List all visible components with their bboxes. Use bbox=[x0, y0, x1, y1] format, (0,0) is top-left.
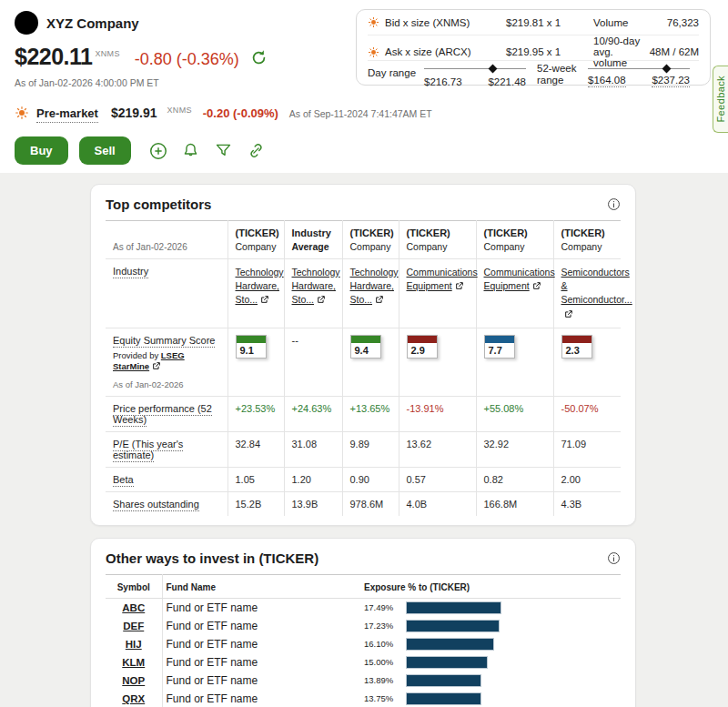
metric-value: 31.08 bbox=[292, 439, 318, 449]
col-exposure: Exposure % to (TICKER) bbox=[360, 574, 621, 598]
buy-button[interactable]: Buy bbox=[15, 136, 68, 165]
exposure-bar bbox=[406, 674, 481, 687]
metric-value: 4.3B bbox=[561, 499, 582, 510]
content-area: Top competitors As of Jan-02-2026(TICKER… bbox=[0, 173, 728, 707]
fund-name: Fund or ETF name bbox=[162, 598, 360, 617]
fund-symbol-link[interactable]: HIJ bbox=[126, 639, 142, 650]
table-row: P/E (This year's estimate)32.8431.089.89… bbox=[106, 431, 621, 467]
link-icon[interactable] bbox=[246, 140, 268, 162]
exposure-percent: 15.00% bbox=[364, 657, 406, 667]
provider-link[interactable]: LSEG StarMine bbox=[113, 350, 185, 371]
day-range-label: Day range bbox=[368, 63, 424, 78]
feedback-tab[interactable]: Feedback bbox=[713, 66, 728, 133]
competitor-ticker: Industry bbox=[292, 227, 338, 238]
fund-symbol-link[interactable]: ABC bbox=[122, 602, 145, 613]
metric-value: 71.09 bbox=[561, 439, 587, 449]
metric-value: 15.2B bbox=[236, 499, 262, 510]
metric-value: 4.0B bbox=[407, 499, 428, 510]
ess-score-badge: 9.4 bbox=[350, 335, 381, 359]
score-value: 9.1 bbox=[237, 343, 266, 358]
external-link-icon bbox=[317, 294, 326, 308]
diamond-marker bbox=[662, 65, 672, 74]
fund-symbol-link[interactable]: KLM bbox=[122, 657, 145, 668]
metric-value: 9.89 bbox=[350, 439, 369, 449]
exposure-percent: 13.89% bbox=[364, 675, 406, 685]
metric-value: 166.8M bbox=[484, 499, 518, 510]
competitors-as-of: As of Jan-02-2026 bbox=[106, 221, 228, 259]
industry-link[interactable]: Technology Hardware, Sto... bbox=[236, 267, 284, 305]
competitor-column-2: (TICKER)Company bbox=[342, 221, 399, 259]
competitor-ticker: (TICKER) bbox=[561, 227, 617, 238]
fund-symbol-link[interactable]: NOP bbox=[122, 675, 145, 686]
sun-icon bbox=[368, 16, 379, 28]
competitors-title: Top competitors bbox=[106, 197, 211, 212]
day-range-low: $216.73 bbox=[424, 76, 462, 87]
performance-value: -13.91% bbox=[407, 403, 444, 414]
week52-range-slider: $164.08 $237.23 bbox=[588, 63, 690, 85]
industry-link[interactable]: Communications Equipment bbox=[407, 267, 478, 291]
external-link-icon bbox=[564, 308, 573, 322]
bid-value: $219.81 x 1 bbox=[506, 17, 593, 28]
row-label-equity-summary-score[interactable]: Equity Summary Score bbox=[113, 335, 215, 348]
ess-provider: Provided by LSEG StarMine bbox=[113, 350, 223, 371]
premarket-label[interactable]: Pre-market bbox=[36, 106, 98, 123]
info-icon[interactable] bbox=[607, 551, 621, 565]
competitor-sub: Average bbox=[292, 241, 338, 252]
exposure-percent: 16.10% bbox=[364, 639, 406, 649]
sell-button[interactable]: Sell bbox=[79, 136, 131, 165]
ess-score-badge: 2.3 bbox=[561, 335, 592, 359]
fund-row: HIJFund or ETF name16.10% bbox=[106, 635, 621, 653]
fund-row: ABCFund or ETF name17.49% bbox=[106, 598, 621, 617]
info-icon[interactable] bbox=[607, 197, 621, 211]
score-color-bar bbox=[562, 336, 592, 343]
competitor-sub: Company bbox=[407, 241, 471, 252]
industry-link[interactable]: Technology Hardware, Sto... bbox=[350, 267, 399, 305]
metric-value: 13.62 bbox=[407, 439, 432, 449]
row-label-shares[interactable]: Shares outstanding bbox=[113, 499, 199, 511]
col-symbol: Symbol bbox=[106, 574, 162, 598]
metric-value: 32.84 bbox=[236, 439, 261, 449]
competitor-sub: Company bbox=[236, 241, 279, 252]
row-label-pe[interactable]: P/E (This year's estimate) bbox=[113, 439, 183, 462]
competitor-sub: Company bbox=[561, 241, 617, 252]
competitor-ticker: (TICKER) bbox=[484, 227, 549, 238]
week52-low[interactable]: $164.08 bbox=[588, 75, 626, 87]
score-value: 2.9 bbox=[408, 343, 437, 358]
bell-icon[interactable] bbox=[180, 140, 202, 162]
row-label-price-performance[interactable]: Price performance (52 Weeks) bbox=[113, 403, 212, 427]
industry-link[interactable]: Semiconductors & Semiconductor... bbox=[561, 267, 632, 319]
sun-icon bbox=[15, 106, 29, 124]
col-fund-name: Fund Name bbox=[162, 574, 360, 598]
refresh-icon[interactable] bbox=[248, 47, 270, 69]
fund-name: Fund or ETF name bbox=[162, 653, 360, 672]
filter-icon[interactable] bbox=[213, 140, 235, 162]
external-link-icon bbox=[532, 280, 541, 294]
table-row: Shares outstanding15.2B13.9B978.6M4.0B16… bbox=[106, 491, 621, 516]
score-color-bar bbox=[485, 336, 514, 343]
competitor-column-4: (TICKER)Company bbox=[476, 221, 553, 259]
premarket-exchange: XNMS bbox=[167, 106, 192, 115]
industry-link[interactable]: Communications Equipment bbox=[484, 267, 555, 291]
metric-value: 13.9B bbox=[292, 499, 318, 510]
competitor-ticker: (TICKER) bbox=[350, 227, 394, 238]
external-link-icon bbox=[455, 280, 464, 294]
ess-score-badge: 2.9 bbox=[407, 335, 438, 359]
premarket-price: $219.91 bbox=[111, 106, 157, 120]
industry-link[interactable]: Technology Hardware, Sto... bbox=[292, 267, 340, 305]
volume-value: 76,323 bbox=[667, 17, 699, 28]
row-label-beta[interactable]: Beta bbox=[113, 474, 134, 487]
competitor-ticker: (TICKER) bbox=[236, 227, 279, 238]
plus-circle-icon[interactable] bbox=[147, 140, 169, 162]
table-row: Equity Summary ScoreProvided by LSEG Sta… bbox=[106, 328, 621, 396]
table-row: Beta1.051.200.900.570.822.00 bbox=[106, 467, 621, 491]
ess-score-badge: 7.7 bbox=[484, 335, 515, 359]
fund-symbol-link[interactable]: QRX bbox=[122, 693, 145, 704]
fund-name: Fund or ETF name bbox=[162, 690, 360, 707]
fund-symbol-link[interactable]: DEF bbox=[123, 621, 144, 631]
table-row: IndustryTechnology Hardware, Sto...Techn… bbox=[106, 259, 621, 328]
bid-label: Bid x size (XNMS) bbox=[385, 17, 470, 28]
score-color-bar bbox=[351, 336, 380, 343]
row-label-industry[interactable]: Industry bbox=[113, 266, 148, 278]
week52-high[interactable]: $237.23 bbox=[652, 75, 690, 87]
exposure-percent: 13.75% bbox=[364, 693, 406, 703]
